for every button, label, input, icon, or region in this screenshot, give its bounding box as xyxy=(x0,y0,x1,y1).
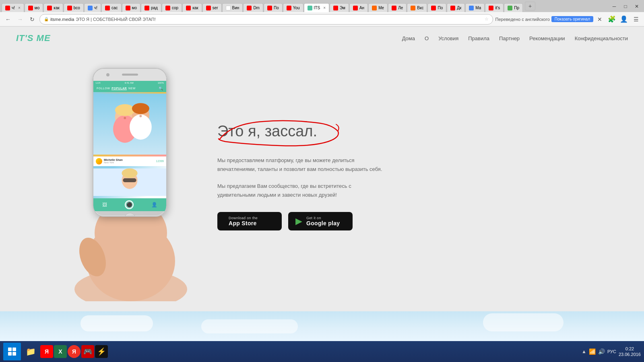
main-nav: Дома О Условия Правила Партнер Рекоменда… xyxy=(402,35,628,42)
browser-tab[interactable]: Ан xyxy=(349,3,368,12)
tab-favicon xyxy=(508,6,512,10)
forward-button[interactable]: → xyxy=(15,14,25,24)
tab-favicon xyxy=(247,6,252,10)
google-play-icon: ▶ xyxy=(295,216,302,226)
taskbar-chevron-up[interactable]: ▲ xyxy=(582,349,586,354)
browser-tab[interactable]: Ле xyxy=(388,3,407,12)
google-play-button[interactable]: ▶ Get it on Google play xyxy=(288,212,353,230)
nav-home[interactable]: Дома xyxy=(402,35,415,41)
browser-tab[interactable]: ser xyxy=(202,3,222,12)
browser-tab[interactable]: сор xyxy=(162,3,182,12)
tab-favicon xyxy=(353,6,358,10)
browser-tab[interactable]: Вин xyxy=(222,3,243,12)
browser-tab[interactable]: You xyxy=(283,3,303,12)
browser-tab[interactable]: как xyxy=(43,3,63,12)
browser-tab[interactable]: ч! xyxy=(84,3,101,12)
hero-section: LUX 9:41 AM 100% FOLLOW POPULAR NEW 🔍 xyxy=(0,42,644,311)
browser-tab[interactable]: рад xyxy=(141,3,161,12)
new-tab-button[interactable]: + xyxy=(525,2,535,10)
nav-rules[interactable]: Правила xyxy=(468,35,489,41)
minimize-button[interactable]: ─ xyxy=(609,1,620,12)
browser-tab[interactable]: По xyxy=(264,3,283,12)
app6-taskbar-icon[interactable]: ⚡ xyxy=(95,345,108,358)
browser-tab[interactable]: Дк xyxy=(447,3,465,12)
yandex-taskbar-icon[interactable]: Я xyxy=(40,345,53,358)
tab-favicon xyxy=(411,6,415,10)
camera-icon[interactable]: ⚫ xyxy=(125,200,134,209)
active-browser-tab[interactable]: ITS × xyxy=(304,3,329,12)
nav-partner[interactable]: Партнер xyxy=(499,35,520,41)
app-store-text: Download on the App Store xyxy=(229,216,258,226)
sky-section xyxy=(0,311,644,341)
yandex-browser-taskbar-icon[interactable]: Я xyxy=(68,345,80,358)
browser-tab[interactable]: мо xyxy=(25,3,43,12)
phone-speaker xyxy=(122,74,138,76)
file-explorer-taskbar-icon[interactable]: 📁 xyxy=(22,343,39,360)
browser-tab[interactable]: Пр xyxy=(504,3,523,12)
svg-point-15 xyxy=(130,115,152,140)
tab-favicon xyxy=(226,6,231,10)
tab-favicon xyxy=(287,6,291,10)
extensions-button[interactable]: 🧩 xyxy=(607,14,617,24)
nav-about[interactable]: О xyxy=(425,35,429,41)
windows-logo xyxy=(8,348,16,356)
browser-tab[interactable]: bco xyxy=(64,3,84,12)
browser-tab[interactable]: Эм xyxy=(330,3,349,12)
app-tab-popular[interactable]: POPULAR xyxy=(111,87,127,90)
app-tab-follow[interactable]: FOLLOW xyxy=(97,87,110,90)
nav-terms[interactable]: Условия xyxy=(438,35,458,41)
app-store-button[interactable]: Download on the App Store xyxy=(217,212,282,230)
address-bar[interactable]: 🔒 itsme.media ЭТО Я | СОБСТВЕННЫЙ СВОЙ Э… xyxy=(39,14,493,25)
translate-label-toolbar: Переведено с английского xyxy=(495,17,550,22)
hero-desc-1: Мы предоставляем платформу, где вы может… xyxy=(217,156,386,174)
app-tab-new[interactable]: NEW xyxy=(128,87,136,90)
translate-close-button[interactable]: ✕ xyxy=(595,14,605,24)
gallery-icon[interactable]: 🖼 xyxy=(102,202,107,208)
app-store-main: App Store xyxy=(229,220,258,226)
browser-tab[interactable]: Ма xyxy=(465,3,485,12)
tab-favicon xyxy=(67,6,72,10)
excel-taskbar-icon[interactable]: X xyxy=(54,345,67,358)
close-button[interactable]: ✕ xyxy=(631,1,642,12)
tab-favicon xyxy=(105,6,110,10)
nav-recommendations[interactable]: Рекомендации xyxy=(529,35,565,41)
profile-button[interactable]: 👤 xyxy=(619,14,629,24)
profile-nav-icon[interactable]: 👤 xyxy=(151,202,157,208)
maximize-button[interactable]: □ xyxy=(620,1,631,12)
tab-favicon xyxy=(333,6,338,10)
tab-favicon xyxy=(126,6,130,10)
app-header: FOLLOW POPULAR NEW 🔍 xyxy=(93,85,166,92)
browser-tab[interactable]: как xyxy=(182,3,202,12)
hero-desc-2: Мы предлагаем Вам сообщество, где вы вст… xyxy=(217,182,386,200)
taskbar-volume-icon[interactable]: 🔊 xyxy=(598,348,605,355)
menu-button[interactable]: ☰ xyxy=(631,14,641,24)
tab-favicon xyxy=(372,6,377,10)
browser-tab[interactable]: Ме xyxy=(368,3,388,12)
browser-tab[interactable]: it's xyxy=(485,3,504,12)
taskbar-right: ▲ 📶 🔊 РУС 0:22 23.06.2016 xyxy=(582,346,641,358)
app-search-icon[interactable]: 🔍 xyxy=(159,86,163,90)
hero-content: Это я, зассал. Мы предоставляем платформ… xyxy=(217,123,596,230)
tab-favicon xyxy=(392,6,396,10)
tab-favicon xyxy=(431,6,436,10)
browser-tab[interactable]: Dm xyxy=(243,3,263,12)
tab-favicon xyxy=(88,6,93,10)
google-play-sub: Get it on xyxy=(306,216,340,220)
show-original-button[interactable]: Показать оригинал xyxy=(551,16,593,22)
start-button[interactable] xyxy=(3,343,21,360)
tab-favicon xyxy=(308,6,312,10)
browser-tab[interactable]: Вкс xyxy=(407,3,427,12)
browser-tab[interactable]: ч! × xyxy=(2,3,24,12)
taskbar-time-date[interactable]: 0:22 23.06.2016 xyxy=(619,346,641,358)
browser-tab[interactable]: По xyxy=(427,3,446,12)
browser-tab[interactable]: мо xyxy=(122,3,140,12)
phone-home-button[interactable] xyxy=(124,213,136,217)
app5-taskbar-icon[interactable]: 🎮 xyxy=(81,345,94,358)
bookmark-star[interactable]: ☆ xyxy=(485,16,489,22)
back-button[interactable]: ← xyxy=(3,14,13,24)
taskbar-network-icon[interactable]: 📶 xyxy=(589,348,596,355)
browser-tab[interactable]: сас xyxy=(101,3,122,12)
refresh-button[interactable]: ↻ xyxy=(27,14,37,24)
taskbar-time: 0:22 xyxy=(619,346,641,352)
nav-privacy[interactable]: Конфиденциальности xyxy=(575,35,628,41)
